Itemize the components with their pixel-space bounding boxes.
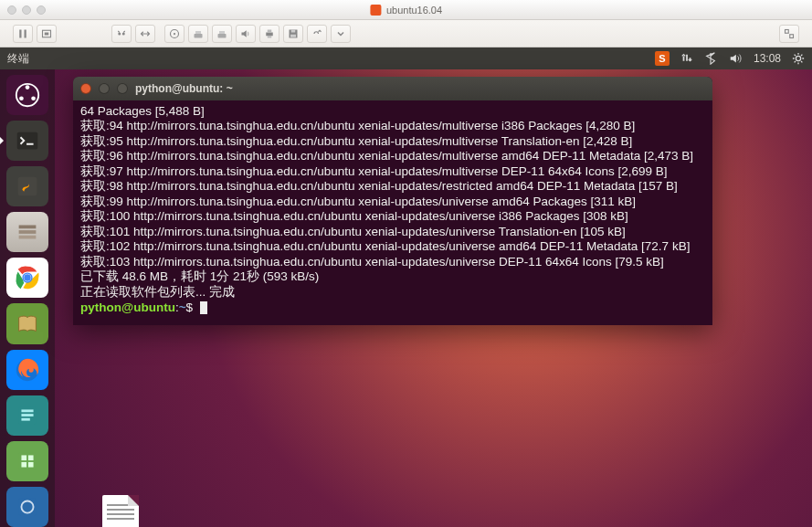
host-window-controls	[7, 5, 46, 15]
host-title-text: ubuntu16.04	[386, 5, 442, 16]
launcher-books[interactable]	[6, 303, 48, 343]
snapshot-button[interactable]	[37, 25, 57, 43]
resize-button[interactable]	[135, 25, 155, 43]
prompt-path: ~	[179, 300, 186, 314]
svg-rect-13	[268, 29, 272, 32]
drive1-button[interactable]	[188, 25, 208, 43]
launcher-firefox[interactable]	[6, 350, 48, 390]
ime-indicator-icon[interactable]: S	[655, 51, 670, 66]
launcher-sublime[interactable]	[6, 166, 48, 206]
launcher-chrome[interactable]	[6, 258, 48, 298]
svg-rect-0	[19, 29, 21, 37]
close-icon[interactable]	[80, 83, 91, 94]
settings-button[interactable]	[111, 25, 132, 43]
host-toolbar	[0, 20, 812, 47]
desktop-file-hello3[interactable]: hello3.py	[91, 495, 150, 527]
svg-point-33	[24, 275, 31, 282]
host-titlebar: ubuntu16.04	[0, 0, 812, 20]
svg-rect-1	[25, 29, 26, 37]
svg-point-24	[31, 96, 36, 100]
svg-rect-41	[28, 455, 34, 460]
play-pause-button[interactable]	[13, 25, 33, 43]
menubar-app-name[interactable]: 终端	[7, 51, 29, 67]
launcher-files[interactable]	[6, 212, 48, 252]
minimize-icon[interactable]	[99, 83, 110, 94]
host-max-dot[interactable]	[37, 5, 46, 15]
svg-point-7	[174, 32, 175, 34]
svg-rect-10	[218, 34, 227, 38]
drive2-button[interactable]	[212, 25, 232, 43]
volume-icon[interactable]	[728, 52, 743, 65]
svg-rect-9	[195, 31, 201, 34]
svg-rect-29	[19, 236, 37, 239]
svg-rect-8	[195, 34, 203, 38]
terminal-cursor	[200, 301, 207, 314]
svg-rect-42	[21, 462, 26, 468]
svg-point-20	[796, 56, 800, 60]
svg-rect-26	[18, 177, 37, 196]
launcher-dash[interactable]	[6, 75, 48, 115]
dropdown-button[interactable]	[331, 25, 351, 43]
svg-rect-36	[21, 409, 33, 412]
svg-rect-16	[291, 29, 296, 32]
host-title: ubuntu16.04	[370, 5, 442, 16]
clock-text[interactable]: 13:08	[754, 52, 781, 65]
svg-point-5	[122, 32, 125, 35]
svg-rect-11	[219, 31, 225, 34]
maximize-icon[interactable]	[117, 83, 128, 94]
printer-button[interactable]	[259, 25, 279, 43]
floppy-button[interactable]	[283, 25, 303, 43]
svg-rect-40	[21, 455, 26, 460]
unity-launcher	[0, 69, 55, 527]
host-min-dot[interactable]	[22, 5, 31, 15]
svg-rect-14	[268, 36, 272, 37]
svg-point-22	[26, 85, 30, 90]
svg-rect-38	[21, 418, 29, 421]
gear-icon[interactable]	[792, 52, 805, 65]
svg-rect-25	[17, 132, 38, 150]
terminal-output: 64 Packages [5,488 B] 获取:94 http://mirro…	[80, 104, 705, 300]
bluetooth-icon[interactable]	[704, 52, 717, 65]
file-icon	[102, 495, 139, 527]
share-button[interactable]	[307, 25, 327, 43]
terminal-titlebar[interactable]: python@ubuntu: ~	[73, 77, 712, 100]
svg-point-4	[118, 32, 121, 35]
sound-button[interactable]	[236, 25, 256, 43]
launcher-app2[interactable]	[6, 441, 48, 481]
svg-rect-12	[266, 32, 273, 36]
svg-rect-19	[790, 34, 794, 37]
svg-rect-27	[19, 226, 37, 229]
network-icon[interactable]	[680, 52, 693, 65]
svg-rect-37	[21, 414, 33, 416]
terminal-title-text: python@ubuntu: ~	[135, 82, 233, 95]
svg-rect-18	[786, 29, 789, 33]
host-close-dot[interactable]	[7, 5, 16, 15]
launcher-app3[interactable]	[6, 487, 48, 527]
disk-button[interactable]	[164, 25, 185, 43]
launcher-app1[interactable]	[6, 395, 48, 436]
svg-rect-3	[45, 32, 49, 35]
launcher-terminal[interactable]	[6, 121, 48, 161]
fullscreen-button[interactable]	[779, 25, 799, 43]
ubuntu-desktop: 终端 S 13:08	[0, 47, 812, 527]
terminal-body[interactable]: 64 Packages [5,488 B] 获取:94 http://mirro…	[73, 100, 712, 325]
svg-rect-17	[290, 34, 296, 37]
vm-icon	[370, 5, 381, 16]
svg-rect-28	[19, 230, 37, 234]
prompt-user: python@ubuntu	[80, 300, 175, 314]
ubuntu-menubar: 终端 S 13:08	[0, 47, 812, 69]
svg-point-23	[19, 96, 24, 100]
terminal-window: python@ubuntu: ~ 64 Packages [5,488 B] 获…	[73, 77, 712, 325]
svg-rect-43	[28, 462, 34, 468]
